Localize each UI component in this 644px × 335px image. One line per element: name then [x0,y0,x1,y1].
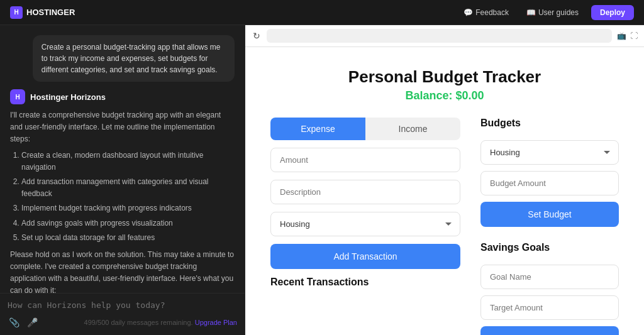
feedback-icon: 💬 [464,8,473,17]
nav-brand: HOSTINGER [26,8,75,17]
cast-button[interactable]: 📺 [617,31,626,40]
amount-input[interactable] [270,148,460,172]
transaction-section: Expense Income Housing Add Transaction R… [270,118,460,293]
steps-list: Create a clean, modern dashboard layout … [10,150,235,244]
messages-remaining: 499/500 daily messages remaining. Upgrad… [84,319,237,326]
right-panel: ↻ 📺 ⛶ Personal Budget Tracker Balance: $… [245,25,644,335]
deploy-button[interactable]: Deploy [591,5,634,20]
tab-buttons: Expense Income [270,118,460,140]
assistant-avatar: H [10,89,25,104]
category-select[interactable]: Housing [270,212,460,236]
mic-icon[interactable]: 🎤 [26,316,39,329]
step-2: Add transaction management with categori… [21,176,235,200]
set-budget-button[interactable]: Set Budget [480,202,619,227]
step-5: Set up local data storage for all featur… [21,232,235,244]
budget-amount-input[interactable] [480,171,619,195]
left-panel: Create a personal budget-tracking app th… [0,25,245,335]
budgets-title: Budgets [480,118,619,129]
description-input[interactable] [270,180,460,204]
chat-history: Create a personal budget-tracking app th… [0,25,245,293]
user-guides-label: User guides [538,8,579,17]
attach-icon[interactable]: 📎 [8,316,21,329]
followup-text: Please hold on as I work on the solution… [10,249,235,293]
app-balance: Balance: $0.00 [270,89,619,102]
add-savings-goal-button[interactable]: Add Savings Goal [480,326,619,335]
main-layout: Create a personal budget-tracking app th… [0,25,644,335]
feedback-label: Feedback [475,8,509,17]
step-1: Create a clean, modern dashboard layout … [21,150,235,173]
recent-transactions-title: Recent Transactions [270,277,460,288]
browser-bar: ↻ 📺 ⛶ [245,25,644,47]
app-content: Personal Budget Tracker Balance: $0.00 E… [245,47,644,335]
right-widgets: Budgets Housing Set Budget Savings Goals… [480,118,619,335]
book-icon: 📖 [526,8,536,17]
budget-category-select[interactable]: Housing [480,140,619,165]
browser-actions: 📺 ⛶ [617,31,638,40]
chat-input-area: 📎 🎤 499/500 daily messages remaining. Up… [0,293,245,335]
app-title: Personal Budget Tracker [270,67,619,87]
url-bar[interactable] [267,29,612,43]
messages-count: 499/500 daily messages remaining. [84,319,193,326]
expense-tab[interactable]: Expense [270,118,365,140]
goal-name-input[interactable] [480,265,619,289]
upgrade-link[interactable]: Upgrade Plan [195,319,237,326]
nav-right: 💬 Feedback 📖 User guides Deploy [458,5,634,20]
assistant-header: H Hostinger Horizons [10,89,235,104]
add-transaction-button[interactable]: Add Transaction [270,244,460,269]
assistant-name: Hostinger Horizons [30,92,106,102]
fullscreen-button[interactable]: ⛶ [630,31,638,40]
step-4: Add savings goals with progress visualiz… [21,217,235,229]
top-nav: H HOSTINGER 💬 Feedback 📖 User guides Dep… [0,0,644,25]
budgets-section: Budgets Housing Set Budget [480,118,619,227]
chat-input-footer: 📎 🎤 499/500 daily messages remaining. Up… [8,316,237,329]
savings-section: Savings Goals Add Savings Goal [480,242,619,335]
income-tab[interactable]: Income [365,118,460,140]
assistant-text: I'll create a comprehensive budget track… [10,109,235,293]
chat-input[interactable] [8,300,237,311]
step-3: Implement budget tracking with progress … [21,202,235,214]
assistant-intro: I'll create a comprehensive budget track… [10,109,235,146]
app-columns: Expense Income Housing Add Transaction R… [270,118,619,335]
refresh-button[interactable]: ↻ [252,30,262,42]
user-guides-button[interactable]: 📖 User guides [521,6,584,19]
logo-icon: H [10,6,23,19]
assistant-message: H Hostinger Horizons I'll create a compr… [10,89,235,293]
target-amount-input[interactable] [480,295,619,320]
nav-logo: H HOSTINGER [10,6,75,19]
nav-left: H HOSTINGER [10,6,75,19]
feedback-button[interactable]: 💬 Feedback [458,6,514,19]
savings-title: Savings Goals [480,242,619,253]
chat-input-icons: 📎 🎤 [8,316,39,329]
user-message: Create a personal budget-tracking app th… [33,35,235,82]
